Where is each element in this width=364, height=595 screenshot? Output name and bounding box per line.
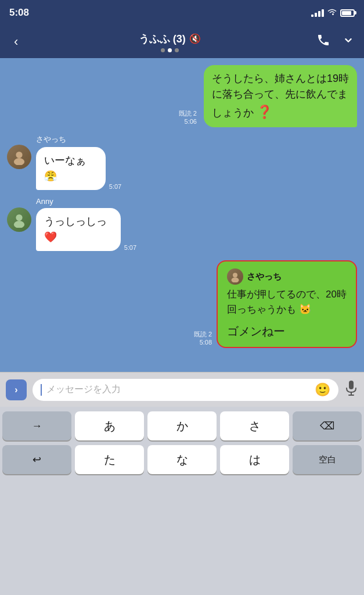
call-button[interactable] bbox=[316, 33, 330, 51]
page-dots bbox=[161, 48, 179, 52]
keyboard-row-2: ↩ た な は 空白 bbox=[2, 445, 362, 474]
message-time: 5:07 bbox=[124, 244, 136, 251]
dot-2 bbox=[168, 48, 172, 52]
message-content: Anny うっしっしっ ❤️ 5:07 bbox=[36, 197, 136, 251]
read-status: 既読 2 bbox=[179, 109, 197, 118]
message-meta: 既読 2 5:08 bbox=[194, 330, 212, 346]
key-arrow[interactable]: → bbox=[2, 411, 71, 440]
emoji-button[interactable]: 🙂 bbox=[315, 382, 330, 397]
key-ha[interactable]: は bbox=[220, 445, 289, 474]
svg-point-0 bbox=[16, 152, 22, 158]
highlighted-message-row: 既読 2 5:08 さやっち 仕事が押してるので、20時回っちゃうかも 🐱 ゴメ… bbox=[7, 260, 357, 348]
mute-icon: 🔇 bbox=[189, 33, 201, 44]
more-button[interactable] bbox=[342, 34, 355, 50]
sender-name: Anny bbox=[36, 197, 136, 206]
dot-3 bbox=[175, 48, 179, 52]
mic-button[interactable] bbox=[344, 380, 358, 400]
highlighted-reply-text: ゴメンねー bbox=[227, 322, 347, 340]
message-time: 5:07 bbox=[109, 183, 121, 190]
wifi-icon bbox=[327, 8, 337, 17]
read-status: 既読 2 bbox=[194, 330, 212, 339]
keyboard: → あ か さ ⌫ ↩ た な は 空白 bbox=[0, 407, 364, 595]
signal-icon bbox=[311, 9, 324, 17]
key-na[interactable]: な bbox=[147, 445, 217, 474]
question-mark: ❓ bbox=[257, 105, 272, 119]
message-row: Anny うっしっしっ ❤️ 5:07 bbox=[7, 197, 357, 251]
dot-1 bbox=[161, 48, 165, 52]
quoted-sender-name: さやっち bbox=[247, 270, 282, 284]
svg-rect-6 bbox=[349, 381, 354, 389]
nav-right bbox=[316, 33, 355, 51]
highlighted-text: 仕事が押してるので、20時回っちゃうかも 🐱 bbox=[227, 287, 347, 317]
back-button[interactable]: ‹ bbox=[9, 30, 23, 54]
key-ta[interactable]: た bbox=[75, 445, 144, 474]
sender-name: さやっち bbox=[36, 134, 121, 145]
key-ka[interactable]: か bbox=[147, 411, 217, 440]
nav-center: うふふ (3) 🔇 bbox=[139, 32, 201, 52]
chat-area: 既読 2 5:06 そうしたら、姉さんとは19時に落ち合って、先に飲んでましょう… bbox=[0, 58, 364, 372]
inner-avatar bbox=[227, 268, 243, 285]
message-input-wrap[interactable]: メッセージを入力 🙂 bbox=[33, 379, 338, 401]
status-bar: 5:08 bbox=[0, 0, 364, 26]
delete-key[interactable]: ⌫ bbox=[293, 411, 362, 440]
message-meta: 既読 2 5:06 bbox=[179, 109, 197, 125]
message-time: 5:08 bbox=[200, 339, 212, 346]
message-bubble: うっしっしっ ❤️ bbox=[36, 208, 121, 251]
keyboard-row-1: → あ か さ ⌫ bbox=[2, 411, 362, 440]
message-bubble: そうしたら、姉さんとは19時に落ち合って、先に飲んでましょうか ❓ bbox=[204, 65, 357, 127]
input-placeholder: メッセージを入力 bbox=[46, 383, 310, 396]
battery-icon bbox=[340, 9, 355, 17]
nav-bar: ‹ うふふ (3) 🔇 bbox=[0, 26, 364, 58]
avatar bbox=[7, 207, 31, 232]
expand-button[interactable]: › bbox=[6, 379, 27, 400]
status-icons bbox=[311, 8, 355, 17]
key-undo[interactable]: ↩ bbox=[2, 445, 71, 474]
key-space[interactable]: 空白 bbox=[293, 445, 362, 474]
bubble-sender-row: さやっち bbox=[227, 268, 347, 285]
message-row: さやっち いーなぁ 😤 5:07 bbox=[7, 134, 357, 190]
key-a[interactable]: あ bbox=[75, 411, 144, 440]
svg-point-2 bbox=[16, 214, 22, 221]
message-content: さやっち いーなぁ 😤 5:07 bbox=[36, 134, 121, 190]
chat-title: うふふ (3) 🔇 bbox=[139, 32, 201, 46]
svg-point-5 bbox=[232, 278, 239, 283]
key-sa[interactable]: さ bbox=[220, 411, 289, 440]
message-bubble: いーなぁ 😤 bbox=[36, 147, 106, 190]
svg-point-3 bbox=[14, 221, 24, 228]
avatar bbox=[7, 145, 31, 169]
svg-point-4 bbox=[233, 273, 237, 278]
message-time: 5:06 bbox=[185, 118, 197, 125]
text-cursor bbox=[41, 384, 42, 396]
message-row: 既読 2 5:06 そうしたら、姉さんとは19時に落ち合って、先に飲んでましょう… bbox=[7, 65, 357, 127]
highlighted-bubble: さやっち 仕事が押してるので、20時回っちゃうかも 🐱 ゴメンねー bbox=[217, 260, 357, 348]
message-content: そうしたら、姉さんとは19時に落ち合って、先に飲んでましょうか ❓ bbox=[204, 65, 357, 127]
input-bar: › メッセージを入力 🙂 bbox=[0, 372, 364, 407]
status-time: 5:08 bbox=[9, 7, 29, 19]
svg-point-1 bbox=[14, 158, 24, 165]
